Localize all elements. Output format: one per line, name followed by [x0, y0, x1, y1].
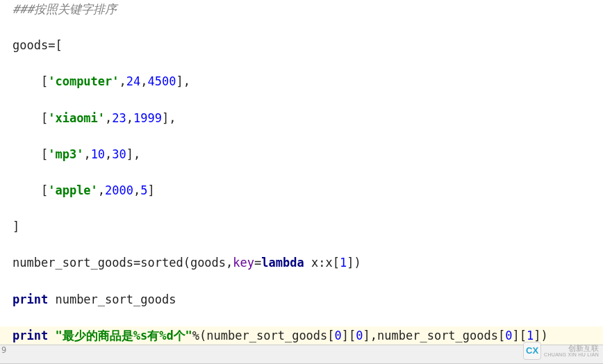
- blank-line: [0, 18, 603, 36]
- code-line: ]: [0, 217, 603, 235]
- blank-line: [0, 127, 603, 145]
- blank-line: [0, 90, 603, 108]
- blank-line: [0, 308, 603, 326]
- watermark: CX 创新互联 CHUANG XIN HU LIAN: [523, 342, 599, 360]
- list-row: ['computer',24,4500],: [0, 72, 603, 90]
- panel-separator[interactable]: 9: [0, 345, 603, 364]
- code-editor: ###按照关键字排序 goods=[ ['computer',24,4500],…: [0, 0, 603, 345]
- code-line: goods=[: [0, 36, 603, 54]
- blank-line: [0, 163, 603, 181]
- blank-line: [0, 272, 603, 290]
- watermark-sub: CHUANG XIN HU LIAN: [544, 352, 599, 358]
- blank-line: [0, 199, 603, 217]
- sort-line: number_sort_goods=sorted(goods,key=lambd…: [0, 254, 603, 272]
- list-row: ['apple',2000,5]: [0, 181, 603, 199]
- list-row: ['mp3',10,30],: [0, 145, 603, 163]
- blank-line: [0, 54, 603, 72]
- print-line-highlighted: print "最少的商品是%s有%d个"%(number_sort_goods[…: [0, 326, 603, 345]
- separator-label: 9: [1, 345, 6, 355]
- print-line: print number_sort_goods: [0, 290, 603, 308]
- comment-text: ###按照关键字排序: [13, 2, 117, 16]
- list-row: ['xiaomi',23,1999],: [0, 109, 603, 127]
- blank-line: [0, 235, 603, 254]
- watermark-brand: 创新互联: [544, 344, 599, 352]
- watermark-logo-icon: CX: [523, 342, 541, 360]
- code-line-comment: ###按照关键字排序: [0, 0, 603, 18]
